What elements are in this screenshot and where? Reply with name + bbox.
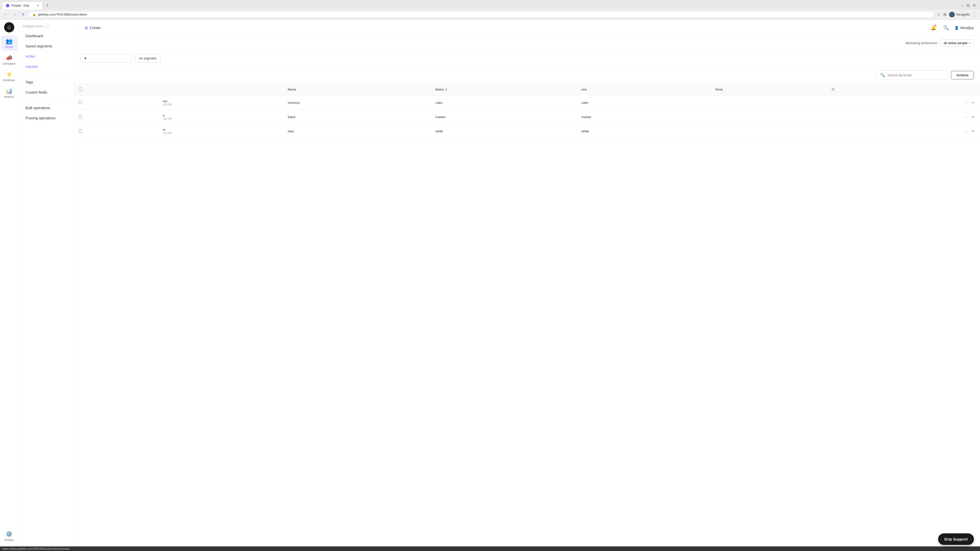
- tab-close-btn[interactable]: ×: [37, 4, 39, 7]
- row2-checkbox[interactable]: [79, 115, 82, 118]
- people-label: People: [5, 46, 13, 48]
- segment-dropdown-arrow: ▾: [84, 56, 86, 60]
- settings-label: Settings: [4, 538, 14, 541]
- new-tab-btn[interactable]: +: [44, 2, 51, 9]
- sidebar-item-workflows[interactable]: ⚡ Workflows: [1, 68, 18, 84]
- drip-logo: ☺: [4, 22, 14, 32]
- win-restore[interactable]: ⧉: [967, 3, 969, 8]
- marketing-preference-select[interactable]: all active people ▾: [940, 39, 974, 47]
- sidebar-item-analytics[interactable]: 📊 Analytics: [1, 85, 18, 101]
- nav-item-active[interactable]: Active: [21, 52, 72, 61]
- bookmark-icon[interactable]: ☆: [937, 12, 941, 17]
- row2-one: master: [577, 110, 711, 124]
- col-header-email: [159, 83, 284, 96]
- row3-time: :55 PM: [163, 132, 280, 135]
- collapse-menu-btn[interactable]: Collapse menu →: [22, 24, 49, 29]
- search-btn[interactable]: 🔍: [942, 24, 950, 32]
- nav-item-tags[interactable]: Tags: [21, 78, 72, 87]
- address-bar[interactable]: 🔒 getdrip.com/7641396/subscribers: [28, 11, 935, 18]
- row1-three: [711, 96, 826, 110]
- create-btn[interactable]: ⊕ Create: [81, 23, 104, 33]
- nav-item-inactive[interactable]: Inactive: [21, 62, 72, 71]
- row2-name: black: [284, 110, 431, 124]
- status-bar: https://www.getdrip.com/7641396/subscrib…: [0, 546, 980, 551]
- analytics-label: Analytics: [4, 95, 14, 98]
- row1-actions-cell: ··· ✏: [826, 96, 980, 110]
- nav-item-dashboard[interactable]: Dashboard: [21, 32, 72, 41]
- row3-more-btn[interactable]: ···: [963, 128, 969, 135]
- lock-icon: 🔒: [32, 13, 36, 16]
- window-controls: ─ ⧉ ✕: [961, 3, 978, 8]
- drip-support-label: Drip Support: [944, 537, 968, 541]
- nav-back-btn[interactable]: ←: [3, 11, 9, 18]
- row3-actions: ··· ✏: [830, 128, 976, 135]
- header-right: 🔔 🔍 👤 Moodjoy: [929, 24, 974, 32]
- user-btn[interactable]: 👤 Moodjoy: [955, 26, 974, 30]
- top-header: ⊕ Create 🔔 🔍 👤 Moodjoy: [75, 20, 980, 36]
- notification-btn[interactable]: 🔔: [929, 24, 938, 32]
- tab-favicon: [6, 4, 10, 7]
- main-content: ⊕ Create 🔔 🔍 👤 Moodjoy Marketing prefere…: [75, 20, 980, 546]
- select-all-checkbox[interactable]: [79, 87, 82, 91]
- row3-three: [711, 124, 826, 138]
- nav-item-bulk-operations[interactable]: Bulk operations: [21, 103, 72, 113]
- browser-actions: ☆ ⊞ 👤 Incognito ⋮: [937, 12, 977, 17]
- row1-more-btn[interactable]: ···: [963, 100, 969, 106]
- settings-icon: ⚙️: [6, 531, 13, 537]
- workflows-icon: ⚡: [6, 71, 13, 78]
- col-header-name1: Name_1: [431, 83, 577, 96]
- analytics-icon: 📊: [6, 88, 13, 94]
- row1-edit-btn[interactable]: ✏: [970, 99, 976, 106]
- email-search-box[interactable]: 🔍: [877, 70, 948, 80]
- subscribers-table: Name Name_1 one three ⚙: [75, 83, 980, 138]
- row1-name: chesssy: [284, 96, 431, 110]
- row3-checkbox[interactable]: [79, 129, 82, 133]
- sidebar-item-settings[interactable]: ⚙️ Settings: [1, 528, 18, 544]
- nav-item-custom-fields[interactable]: Custom fields: [21, 88, 72, 97]
- browser-chrome: People · Drip × + ─ ⧉ ✕ ← → ✕ 🔒 getdrip.…: [0, 0, 980, 20]
- address-bar-row: ← → ✕ 🔒 getdrip.com/7641396/subscribers …: [0, 10, 980, 19]
- nav-reload-btn[interactable]: ✕: [21, 11, 26, 18]
- pref-selected-value: all active people: [944, 41, 967, 45]
- row1-email: om: [163, 99, 280, 103]
- table-header: Name Name_1 one three ⚙: [75, 83, 980, 96]
- table-body: om :55 PM chesssy cake cake ··· ✏: [75, 96, 980, 138]
- segment-area: ▾ ve segment: [75, 50, 980, 67]
- nav-forward-btn[interactable]: →: [12, 11, 18, 18]
- actions-btn[interactable]: Actions: [951, 71, 974, 79]
- tab-title: People · Drip: [11, 4, 35, 7]
- save-segment-btn[interactable]: ve segment: [135, 54, 161, 62]
- row3-edit-btn[interactable]: ✏: [970, 128, 976, 135]
- table-toolbar: 🔍 Actions: [75, 67, 980, 83]
- people-icon: 👥: [6, 38, 13, 44]
- table-area: 🔍 Actions Name Name_1 one three: [75, 67, 980, 546]
- extensions-icon[interactable]: ⊞: [943, 12, 947, 17]
- header-search-icon: 🔍: [943, 25, 949, 30]
- email-search-input[interactable]: [887, 73, 944, 77]
- col-header-settings: ⚙: [826, 83, 980, 96]
- table-row: om :55 PM chesssy cake cake ··· ✏: [75, 96, 980, 110]
- row2-checkbox-cell: [75, 110, 159, 124]
- browser-tab[interactable]: People · Drip ×: [2, 2, 43, 10]
- table-settings-btn[interactable]: ⚙: [830, 86, 836, 93]
- sidebar-item-people[interactable]: 👥 People: [1, 35, 18, 51]
- win-close[interactable]: ✕: [973, 3, 976, 8]
- collapse-label: Collapse menu: [22, 24, 43, 28]
- row2-edit-btn[interactable]: ✏: [970, 114, 976, 121]
- drip-support-btn[interactable]: Drip Support: [938, 534, 974, 545]
- sidebar-icons: ☺ 👥 People 📣 Campaigns ⚡ Workflows 📊 Ana…: [0, 20, 18, 546]
- user-name: Moodjoy: [960, 26, 974, 30]
- col-header-one: one: [577, 83, 711, 96]
- row2-more-btn[interactable]: ···: [963, 114, 969, 121]
- tab-bar: People · Drip × + ─ ⧉ ✕: [0, 0, 980, 10]
- segment-condition-dropdown[interactable]: ▾: [81, 54, 132, 62]
- win-minimize[interactable]: ─: [961, 3, 964, 8]
- nav-item-saved-segments[interactable]: Saved segments: [21, 41, 72, 51]
- nav-item-pruning-operations[interactable]: Pruning operations: [21, 114, 72, 123]
- row3-checkbox-cell: [75, 124, 159, 138]
- col-header-checkbox: [75, 83, 159, 96]
- row2-three: [711, 110, 826, 124]
- browser-more-btn[interactable]: ⋮: [972, 12, 977, 17]
- sidebar-item-campaigns[interactable]: 📣 Campaigns: [1, 52, 18, 68]
- row1-checkbox[interactable]: [79, 101, 82, 104]
